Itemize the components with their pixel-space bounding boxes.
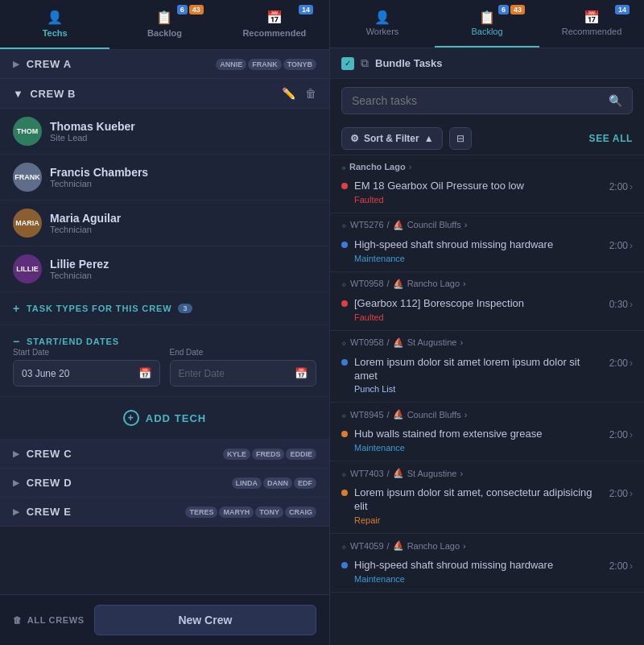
location-name-5: Council Bluffs — [407, 410, 461, 420]
see-all-label: SEE ALL — [589, 133, 633, 144]
tab-techs[interactable]: 👤 Techs — [0, 0, 109, 49]
member-maria-role: Technician — [50, 225, 316, 234]
add-tech-circle-icon: + — [123, 410, 139, 426]
priority-dot-5 — [341, 431, 348, 437]
task-content-6: Lorem ipsum dolor sit amet, consectetur … — [354, 486, 603, 525]
crew-b-actions: ✏️ 🗑 — [282, 87, 316, 100]
end-date-input[interactable]: Enter Date 📅 — [170, 360, 317, 387]
member-francis[interactable]: FRANK Francis Chambers Technician — [0, 155, 329, 201]
bundle-checkbox[interactable]: ✓ — [341, 57, 354, 70]
start-end-label: START/END DATES — [27, 337, 119, 346]
tab-workers[interactable]: 👤 Workers — [330, 0, 435, 48]
search-input[interactable] — [352, 94, 602, 107]
member-maria-name: Maria Aguilar — [50, 212, 316, 225]
task-item-4[interactable]: Lorem ipsum dolor sit amet lorem ipsum d… — [330, 351, 644, 403]
task-item-7[interactable]: High-speed shaft shroud missing hardware… — [330, 554, 644, 592]
crew-b-header[interactable]: ▼ CREW B ✏️ 🗑 — [0, 79, 329, 109]
task-location-2: ⬦ WT5276 / ⛵ Council Bluffs › — [330, 213, 644, 234]
see-all-button[interactable]: SEE ALL — [589, 133, 633, 144]
task-item-5[interactable]: Hub walls stained from extensive grease … — [330, 423, 644, 461]
bundle-tasks-row[interactable]: ✓ ⧉ Bundle Tasks — [330, 48, 644, 79]
task-time-1: 2:00 › — [609, 181, 633, 192]
tab-backlog-label-right: Backlog — [471, 27, 502, 36]
add-tech-button[interactable]: + ADD TECH — [0, 397, 329, 440]
workers-icon: 👤 — [374, 10, 390, 25]
member-francis-role: Technician — [50, 179, 316, 188]
task-item-6[interactable]: Lorem ipsum dolor sit amet, consectetur … — [330, 482, 644, 533]
task-types-label: TASK TYPES FOR THIS CREW — [27, 304, 171, 313]
avatar-frank: FRANK — [13, 163, 42, 192]
right-tab-bar: 👤 Workers 6 43 📋 Backlog 14 📅 Recommende… — [330, 0, 644, 48]
location-arrow-3: ⬦ — [341, 279, 347, 288]
task-types-count: 3 — [178, 304, 192, 313]
delete-icon[interactable]: 🗑 — [305, 87, 316, 100]
member-lillie[interactable]: LILLIE Lillie Perez Technician — [0, 246, 329, 292]
tab-recommended-right[interactable]: 14 📅 Recommended — [539, 0, 644, 48]
crew-d-avatars: LINDA DANN EDF — [232, 478, 317, 489]
subloc-icon-5: ⛵ — [393, 409, 404, 420]
backlog-badges: 6 43 — [177, 5, 204, 14]
all-crews-button[interactable]: 🗑 ALL CREWS — [13, 615, 85, 625]
priority-dot-3 — [341, 300, 348, 307]
start-date-input[interactable]: 03 June 20 📅 — [13, 360, 160, 387]
tab-backlog-right[interactable]: 6 43 📋 Backlog — [435, 0, 539, 48]
task-types-row[interactable]: + TASK TYPES FOR THIS CREW 3 — [0, 292, 329, 325]
left-tab-bar: 👤 Techs 6 43 📋 Backlog 14 📅 Recommended — [0, 0, 329, 50]
recommended-icon-left: 📅 — [266, 10, 283, 25]
location-name-3: Rancho Lago — [407, 279, 460, 288]
start-date-label: Start Date — [13, 348, 160, 357]
plus-icon: + — [13, 302, 20, 315]
subloc-icon-2: ⛵ — [393, 220, 404, 230]
right-recommended-badges: 14 — [615, 5, 630, 14]
task-location-7: ⬦ WT4059 / ⛵ Rancho Lago › — [330, 534, 644, 554]
task-content-3: [Gearbox 112] Borescope Inspection Fault… — [354, 297, 603, 322]
search-bar[interactable]: 🔍 — [341, 87, 633, 114]
crew-d-header[interactable]: ▶ CREW D LINDA DANN EDF — [0, 469, 329, 498]
task-title-5: Hub walls stained from extensive grease — [354, 428, 603, 441]
crew-d-label: CREW D — [27, 477, 72, 489]
task-title-4: Lorem ipsum dolor sit amet lorem ipsum d… — [354, 356, 603, 383]
avatar-lillie: LILLIE — [13, 254, 42, 283]
task-group-5: ⬦ WT8945 / ⛵ Council Bluffs › Hub walls … — [330, 403, 644, 461]
task-time-2: 2:00 › — [609, 240, 633, 251]
member-thomas[interactable]: THOM Thomas Kueber Site Lead — [0, 109, 329, 155]
new-crew-button[interactable]: New Crew — [94, 605, 316, 635]
dates-section: Start Date 03 June 20 📅 End Date Enter D… — [0, 348, 329, 397]
new-crew-label: New Crew — [178, 614, 232, 626]
sort-filter-button[interactable]: ⚙ Sort & Filter ▲ — [341, 127, 443, 150]
tab-backlog-left[interactable]: 6 43 📋 Backlog — [109, 0, 219, 49]
member-thomas-role: Site Lead — [50, 133, 316, 143]
start-end-row[interactable]: − START/END DATES — [0, 325, 329, 348]
member-francis-name: Francis Chambers — [50, 166, 316, 179]
location-arrow-7: ⬦ — [341, 541, 347, 551]
start-date-value: 03 June 20 — [22, 368, 69, 379]
task-content-4: Lorem ipsum dolor sit amet lorem ipsum d… — [354, 356, 603, 395]
location-name-7: Rancho Lago — [407, 541, 460, 551]
task-type-1: Faulted — [354, 195, 603, 205]
location-arrow-6: ⬦ — [341, 469, 347, 478]
crew-c-header[interactable]: ▶ CREW C KYLE FREDS EDDIE — [0, 440, 329, 469]
filter-bar: ⚙ Sort & Filter ▲ ⊟ SEE ALL — [330, 122, 644, 155]
subloc-icon-7: ⛵ — [393, 540, 404, 551]
task-time-7: 2:00 › — [609, 560, 633, 572]
tab-recommended-left[interactable]: 14 📅 Recommended — [220, 0, 329, 49]
location-arrow-1: ⬦ — [341, 163, 346, 172]
task-group-3: ⬦ WT0958 / ⛵ Rancho Lago › [Gearbox 112]… — [330, 272, 644, 331]
member-maria[interactable]: MARIA Maria Aguilar Technician — [0, 201, 329, 246]
task-title-2: High-speed shaft shroud missing hardware — [354, 238, 603, 252]
priority-dot-1 — [341, 183, 348, 189]
task-item-2[interactable]: High-speed shaft shroud missing hardware… — [330, 234, 644, 271]
backlog-icon-left: 📋 — [156, 10, 172, 25]
left-scroll-area: ▶ CREW A ANNIE FRANK TONYB ▼ CREW B ✏️ 🗑 — [0, 50, 329, 594]
task-type-3: Faulted — [354, 312, 603, 322]
crew-e-header[interactable]: ▶ CREW E TERES MARYH TONY CRAIG — [0, 498, 329, 527]
task-item-1[interactable]: EM 18 Gearbox Oil Pressure too low Fault… — [330, 175, 644, 213]
crew-a-triangle: ▶ — [13, 60, 20, 68]
task-item-3[interactable]: [Gearbox 112] Borescope Inspection Fault… — [330, 292, 644, 330]
edit-icon[interactable]: ✏️ — [282, 87, 295, 100]
crew-a-header[interactable]: ▶ CREW A ANNIE FRANK TONYB — [0, 50, 329, 79]
task-title-7: High-speed shaft shroud missing hardware — [354, 559, 603, 573]
location-arrow-2: ⬦ — [341, 220, 347, 229]
minus-icon: − — [13, 335, 20, 348]
split-button[interactable]: ⊟ — [449, 127, 472, 150]
